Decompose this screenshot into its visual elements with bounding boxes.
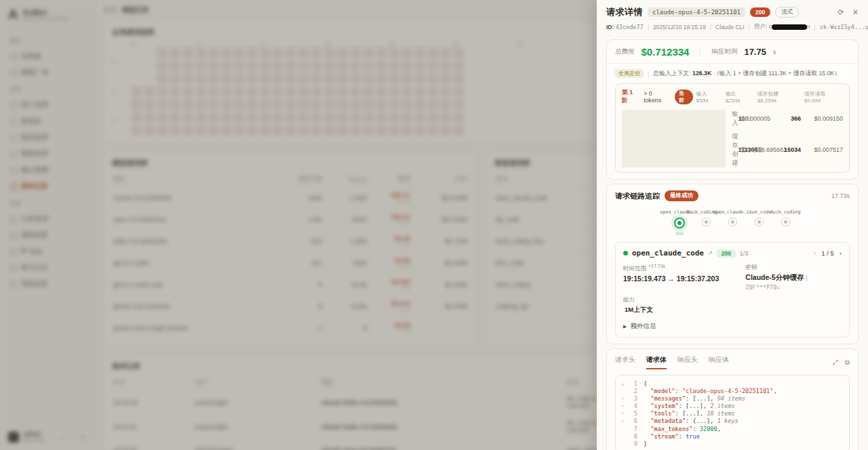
- screen: A AxiBor Multi-Provider Gateway 概览仪表盘模型广…: [0, 0, 868, 450]
- refresh-icon[interactable]: ⟳: [838, 8, 844, 17]
- line-number: 7: [628, 426, 637, 433]
- tab-active[interactable]: 请求体: [646, 355, 667, 369]
- trace-node-idle-icon: [755, 218, 764, 226]
- trace-final-badge: 最终成功: [665, 190, 698, 201]
- stream-badge: 流式: [775, 7, 799, 18]
- total-cost-value: $0.712334: [642, 46, 690, 58]
- request-detail-drawer: 请求详情 claude-opus-4-5-20251101 200 流式 ⟳ ✕…: [597, 0, 868, 450]
- key-field: 密钥 Claude-5分钟缓存 | Z0F***PT0=: [745, 264, 842, 291]
- copy-icon[interactable]: ⧉: [845, 359, 850, 367]
- trace-duration: 17.73s: [831, 192, 850, 199]
- trace-node[interactable]: duck_coding: [772, 209, 799, 235]
- redacted-username: [772, 24, 807, 30]
- trace-node-label: duck_coding: [770, 209, 801, 215]
- code-line: ›5 "tools": [...], 18 items: [621, 411, 844, 418]
- line-number: 5: [628, 411, 637, 417]
- code-line: 2 "model": "claude-opus-4-5-20251101",: [621, 388, 844, 395]
- tab-inactive[interactable]: 请求头: [615, 355, 635, 369]
- fold-spacer: [621, 388, 628, 395]
- code-line: ⌄1{: [621, 380, 844, 388]
- trace-node[interactable]: ikun_code: [746, 209, 772, 235]
- line-number: 9: [628, 441, 637, 448]
- trace-node[interactable]: open_claude...: [719, 209, 746, 235]
- code-line: ›6 "metadata": {...}, 1 keys: [621, 418, 844, 426]
- payload-card: 请求头请求体响应头响应体 ⤢ ⧉ ⌄1{2 "model": "claude-o…: [606, 348, 859, 450]
- trace-card: 请求链路追踪 最终成功 17.73s open_claude...duck_co…: [606, 184, 859, 344]
- tab-inactive[interactable]: 响应头: [677, 355, 698, 369]
- json-viewer[interactable]: ⌄1{2 "model": "claude-opus-4-5-20251101"…: [615, 375, 850, 450]
- pricing-badge: 全局定价: [615, 69, 644, 78]
- code-line: 9}: [621, 441, 844, 448]
- capability-field: 能力 1M上下文: [623, 296, 842, 314]
- api-key: sk-WvzISy4...uwgB: [820, 24, 868, 30]
- fold-toggle-icon[interactable]: ⌄: [621, 381, 628, 388]
- tier-range: > 0 tokens: [644, 90, 671, 104]
- trace-pager: ‹ 1 / 5 ›: [814, 249, 842, 257]
- tier-number: 第 1 阶: [622, 89, 640, 105]
- triangle-icon: ▶: [623, 324, 627, 329]
- tier-cell-output: 输出 366 $0.009150: [740, 110, 844, 127]
- attempt-count: 1/3: [740, 250, 749, 257]
- code-line: ›3 "messages": [...], 94 items: [621, 395, 844, 403]
- fold-toggle-icon[interactable]: ›: [621, 411, 628, 417]
- collapse-all-icon[interactable]: ⤢: [833, 359, 838, 367]
- external-link-icon[interactable]: ↗: [708, 250, 713, 256]
- tier-cell-cache-read: 缓存读取 15034 $0.007517: [740, 132, 844, 167]
- close-icon[interactable]: ✕: [852, 8, 859, 17]
- line-number: 2: [628, 388, 637, 395]
- request-id: 43cede77: [616, 24, 644, 30]
- cost-card: 总费用 $0.712334 响应时间 17.75 s 全局定价 | 总输入上下文…: [606, 39, 859, 180]
- drawer-header: 请求详情 claude-opus-4-5-20251101 200 流式 ⟳ ✕…: [597, 0, 868, 35]
- context-summary: 全局定价 | 总输入上下文: 126.3K （输入 1 + 缓存创建 111.3…: [615, 69, 850, 78]
- line-number: 3: [628, 396, 637, 403]
- drawer-title: 请求详情: [606, 6, 643, 18]
- channel-name: open_claude_code: [632, 249, 704, 258]
- client-name: Claude CLI: [715, 24, 745, 30]
- fold-toggle-icon[interactable]: ›: [621, 418, 628, 425]
- request-time: 2025/12/10 19:15:19: [653, 24, 706, 30]
- code-line: ›4 "system": [...], 2 items: [621, 403, 844, 410]
- tier-cell-cache-create: 缓存创建 111306 $0.695662: [732, 132, 733, 167]
- trace-node-success-icon: [674, 218, 685, 228]
- trace-node-label: ikun_code: [747, 209, 772, 215]
- fold-spacer: [621, 426, 628, 433]
- fold-toggle-icon[interactable]: ›: [621, 403, 628, 410]
- model-pill: claude-opus-4-5-20251101: [648, 7, 745, 17]
- success-dot-icon: [623, 251, 628, 255]
- total-cost-label: 总费用: [615, 47, 635, 56]
- time-range-field: 时间范围+17.73s 19:15:19.473 → 19:15:37.203: [623, 264, 745, 291]
- trace-node-idle-icon: [702, 218, 711, 226]
- fold-spacer: [621, 441, 628, 448]
- tab-inactive[interactable]: 响应体: [709, 355, 729, 369]
- extra-info-toggle[interactable]: ▶ 额外信息: [623, 322, 842, 331]
- pager-prev-icon[interactable]: ‹: [814, 249, 816, 257]
- pager-next-icon[interactable]: ›: [840, 249, 842, 257]
- code-line: 7 "max_tokens": 32000,: [621, 426, 844, 433]
- tier-current-badge: 当前: [675, 89, 693, 104]
- trace-title: 请求链路追踪: [615, 191, 660, 201]
- latency-value: 17.75: [744, 47, 766, 57]
- request-meta: ID: 43cede77 | 2025/12/10 19:15:19 | Cla…: [606, 23, 859, 31]
- request-user: 用户: cn: [754, 23, 810, 31]
- line-number: 8: [628, 434, 637, 441]
- pager-page: 1 / 5: [821, 249, 834, 257]
- trace-node-idle-icon: [728, 218, 737, 226]
- status-code-badge: 200: [750, 7, 770, 17]
- tier-cell-input: 输入 1 $0.000005: [732, 110, 733, 127]
- id-label: ID:: [606, 24, 614, 30]
- fold-spacer: [621, 434, 628, 441]
- trace-detail-card: open_claude_code ↗ 200 1/3 ‹ 1 / 5 › 时间范…: [615, 242, 850, 338]
- latency-label: 响应时间: [711, 47, 737, 56]
- tier-pricing-card: 第 1 阶 > 0 tokens 当前 输入 $5/M 输出 $25/M 缓存创…: [615, 83, 850, 173]
- latency-unit: s: [773, 49, 776, 56]
- line-number: 4: [628, 403, 637, 410]
- trace-node-idle-icon: [781, 218, 790, 226]
- code-line: 8 "stream": true: [621, 433, 844, 441]
- line-number: 6: [628, 418, 637, 425]
- fold-toggle-icon[interactable]: ›: [621, 396, 628, 403]
- channel-status-badge: 200: [717, 249, 736, 258]
- tier-unit-prices: 输入 $5/M 输出 $25/M 缓存创建 $6.25/M 缓存读取 $0.5/…: [696, 90, 843, 104]
- line-number: 1: [628, 381, 637, 388]
